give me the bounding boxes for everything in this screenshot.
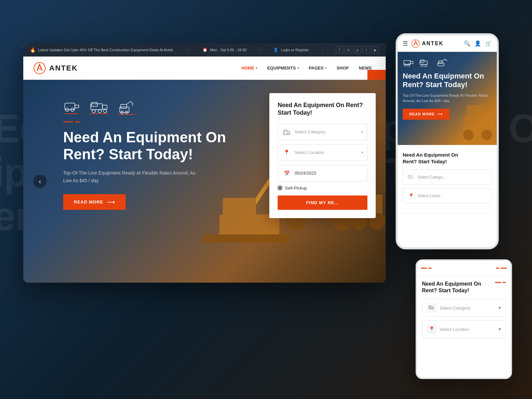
svg-rect-14 <box>65 103 75 110</box>
slider-prev-button[interactable]: ‹ <box>33 175 47 188</box>
twitter-icon[interactable]: t <box>363 46 370 54</box>
location-field[interactable]: 📍 Select Location ▾ <box>278 144 367 161</box>
mobile-logo[interactable]: ANTEK <box>411 39 464 48</box>
mobile-cta-label: READ MORE <box>409 112 435 116</box>
social-icons-group: f in p t ▶ <box>336 46 379 54</box>
mobile-search-card: Need An Equipment OnRent? Start Today! S… <box>398 145 497 214</box>
nav-item-shop[interactable]: SHOP <box>332 63 353 73</box>
auth-text[interactable]: Login or Register <box>281 48 309 52</box>
instagram-icon[interactable]: in <box>345 46 352 54</box>
divider-line-2 <box>75 121 80 122</box>
drill-icon <box>63 100 80 115</box>
mobile2-location-field[interactable]: 📍 Select Location ▾ <box>422 320 506 338</box>
mobile2-header-dashes-left <box>421 268 432 269</box>
date-field[interactable]: 📅 05/24/2023 <box>278 165 367 182</box>
mobile-hero-content: Need An Equipment On Rent? Start Today! … <box>403 59 497 120</box>
radio-dot-pickup <box>278 186 282 190</box>
mobile-menu-icon[interactable]: ☰ <box>403 40 408 47</box>
nav-item-pages[interactable]: PAGES ▾ <box>305 63 331 73</box>
mobile-truck-icon <box>419 59 432 68</box>
svg-rect-54 <box>439 61 442 64</box>
desktop-hero: ‹ <box>23 80 386 283</box>
mobile-category-icon <box>407 173 415 181</box>
nav-item-equipments[interactable]: EQUIPMENTS ▾ <box>263 63 303 73</box>
mobile2-title-dashes <box>495 281 506 283</box>
mobile-cart-icon[interactable]: 🛒 <box>485 40 492 47</box>
svg-rect-38 <box>288 131 290 134</box>
svg-rect-61 <box>412 176 413 178</box>
desktop-logo[interactable]: ANTEK <box>33 62 100 74</box>
svg-line-29 <box>131 101 133 104</box>
hero-title: Need An Equipment On Rent? Start Today! <box>63 129 236 163</box>
location-icon: 📍 <box>282 148 291 157</box>
nav-arrow-pages: ▾ <box>325 66 327 70</box>
hero-cta-label: READ MORE <box>74 200 103 204</box>
svg-line-56 <box>445 59 447 61</box>
mobile-user-icon[interactable]: 👤 <box>474 40 481 47</box>
svg-rect-58 <box>408 175 410 177</box>
mobile2-category-field[interactable]: Select Category ▾ <box>422 299 506 317</box>
calendar-icon: 📅 <box>282 169 291 178</box>
facebook-icon[interactable]: f <box>336 46 343 54</box>
mobile2-location-chevron: ▾ <box>499 327 501 332</box>
title-dash-2 <box>502 282 506 283</box>
desktop-topbar: 🔥 Latest Updates Get Upto 45% Off The Be… <box>23 43 386 57</box>
mobile-category-placeholder: Select Catego... <box>418 175 485 180</box>
mobile-location-field[interactable]: 📍 Select Locat... <box>403 188 492 203</box>
svg-rect-19 <box>91 104 102 110</box>
excavator-icon <box>118 100 135 115</box>
mobile-logo-text: ANTEK <box>422 41 444 47</box>
mobile-excavator-icon <box>437 59 449 68</box>
svg-point-43 <box>463 130 474 140</box>
youtube-icon[interactable]: ▶ <box>372 46 379 54</box>
mobile-logo-icon <box>411 39 420 48</box>
pinterest-icon[interactable]: p <box>354 46 361 54</box>
dash-right-1 <box>496 268 499 269</box>
hero-subtitle: Top-Of-The-Line Equipment Ready At Flexi… <box>63 169 196 184</box>
hero-search-widget: Need An Equipment On Rent? Start Today! … <box>269 93 376 218</box>
mobile-drill-icon <box>403 59 414 68</box>
svg-point-48 <box>408 64 410 66</box>
desktop-mockup: 🔥 Latest Updates Get Upto 45% Off The Be… <box>23 43 386 283</box>
svg-rect-13 <box>203 234 289 243</box>
nav-arrow-equipments: ▾ <box>297 66 299 70</box>
topbar-right: 👤 Login or Register <box>273 48 309 52</box>
mobile2-header <box>417 261 511 276</box>
svg-rect-67 <box>432 307 434 308</box>
hero-divider-lines <box>63 121 236 122</box>
svg-line-30 <box>132 104 133 106</box>
nav-arrow-home: ▾ <box>256 66 257 70</box>
hero-content: Need An Equipment On Rent? Start Today! … <box>63 100 236 210</box>
date-value: 05/24/2023 <box>295 171 363 176</box>
svg-point-44 <box>481 130 492 140</box>
pickup-radio[interactable]: Self-Pickup <box>278 186 367 191</box>
mobile-location-icon: 📍 <box>407 192 415 200</box>
dash-right-2 <box>501 268 507 269</box>
mobile2-category-icon <box>427 303 436 313</box>
mobile-search-icon[interactable]: 🔍 <box>464 40 470 47</box>
mobile2-category-text: Select Category <box>440 306 495 311</box>
hero-read-more-button[interactable]: READ MORE ⟶ <box>63 194 126 210</box>
mobile-category-field[interactable]: Select Catego... <box>403 170 492 185</box>
topbar-divider-1 <box>189 47 189 53</box>
svg-point-68 <box>433 308 434 309</box>
topbar-left: 🔥 Latest Updates Get Upto 45% Off The Be… <box>30 47 176 53</box>
svg-point-39 <box>289 134 290 135</box>
svg-rect-15 <box>75 105 79 108</box>
category-dropdown-icon: ▾ <box>361 130 363 134</box>
mobile2-title: Need An Equipment On Rent? Start Today! <box>422 281 482 294</box>
divider-line-1 <box>63 121 73 122</box>
hero-icons-row <box>63 100 236 115</box>
svg-point-62 <box>412 178 413 179</box>
find-rental-button[interactable]: FIND MY RE... <box>278 196 367 210</box>
mobile-hero-icons <box>403 59 497 68</box>
svg-rect-57 <box>408 176 412 178</box>
dash-left-1 <box>421 268 427 269</box>
nav-item-home[interactable]: HOME ▾ <box>237 63 261 73</box>
mobile-mockup-small: Need An Equipment On Rent? Start Today! … <box>416 259 512 379</box>
mobile-read-more-button[interactable]: READ MORE ⟶ <box>403 109 450 120</box>
category-field[interactable]: Select Category ▾ <box>278 124 367 140</box>
pickup-label: Self-Pickup <box>285 186 307 191</box>
mobile2-location-text: Select Location <box>440 327 495 332</box>
mobile-search-title: Need An Equipment OnRent? Start Today! <box>403 152 492 165</box>
